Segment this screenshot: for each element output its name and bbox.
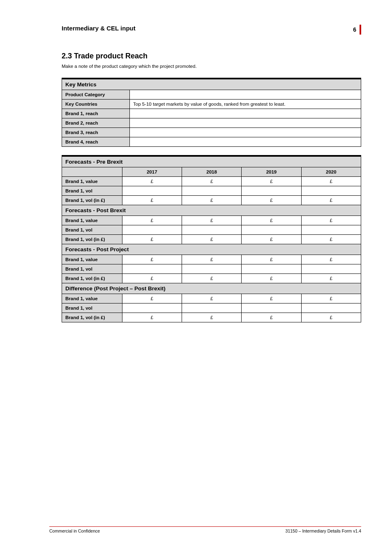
table2-cell[interactable]	[301, 264, 361, 274]
table1-value[interactable]	[130, 118, 361, 128]
table2-cell[interactable]: £	[301, 235, 361, 244]
table2-cell[interactable]: £	[242, 216, 301, 225]
section-title: 2.3 Trade product Reach	[62, 52, 361, 60]
table2-cell[interactable]	[242, 303, 301, 313]
table2-row-label: Brand 1, vol	[62, 303, 122, 313]
table2-subheader: Forecasts - Post Brexit	[62, 205, 361, 216]
table2-cell[interactable]: £	[242, 196, 301, 205]
table2-col-header: 2018	[182, 167, 241, 177]
table2-cell[interactable]: £	[182, 216, 241, 225]
table2-cell[interactable]	[122, 303, 182, 313]
table2-cell[interactable]: £	[122, 177, 182, 186]
page-footer: Commercial in Confidence 31150 – Interme…	[49, 526, 361, 533]
table2-cell[interactable]: £	[182, 313, 241, 322]
table2-cell[interactable]: £	[182, 196, 241, 205]
table2-subheader: Forecasts - Post Project	[62, 244, 361, 255]
table2-row-label: Brand 1, value	[62, 216, 122, 225]
footer-right: 31150 – Intermediary Details Form v1.4	[286, 528, 361, 533]
table1-label: Product Category	[62, 90, 130, 100]
table2-cell[interactable]: £	[182, 235, 241, 244]
header-right: 6	[353, 25, 361, 35]
footer-rule	[49, 526, 361, 527]
table1-value[interactable]	[130, 137, 361, 147]
table2-col-header: 2019	[242, 167, 301, 177]
table2-cell[interactable]: £	[242, 235, 301, 244]
table2-row-label: Brand 1, vol	[62, 225, 122, 235]
table2-cell[interactable]: £	[182, 294, 241, 303]
table2-cell[interactable]: £	[301, 313, 361, 322]
header-title: Intermediary & CEL input	[62, 25, 136, 32]
table2-cell[interactable]: £	[301, 294, 361, 303]
table2-cell[interactable]	[182, 186, 241, 196]
table2-col-header	[62, 167, 122, 177]
table2-row-label: Brand 1, value	[62, 294, 122, 303]
table2-cell[interactable]: £	[182, 255, 241, 264]
table2-cell[interactable]	[182, 225, 241, 235]
table2-cell[interactable]: £	[122, 196, 182, 205]
table2-cell[interactable]: £	[301, 196, 361, 205]
table2-cell[interactable]	[182, 303, 241, 313]
table1-value[interactable]: Top 5-10 target markets by value of good…	[130, 100, 361, 109]
table2-cell[interactable]: £	[301, 216, 361, 225]
table2-row-label: Brand 1, value	[62, 177, 122, 186]
footer-left: Commercial in Confidence	[49, 528, 100, 533]
section-subtitle: Make a note of the product category whic…	[62, 64, 361, 69]
table2-row-label: Brand 1, vol (in £)	[62, 196, 122, 205]
table2-cell[interactable]: £	[122, 274, 182, 283]
table2-cell[interactable]: £	[301, 274, 361, 283]
table2-cell[interactable]	[301, 225, 361, 235]
table2-row-label: Brand 1, vol (in £)	[62, 313, 122, 322]
table2-cell[interactable]	[301, 186, 361, 196]
table1-value[interactable]	[130, 109, 361, 118]
table2-row-label: Brand 1, value	[62, 255, 122, 264]
page-number: 6	[353, 26, 356, 33]
table1-label: Brand 2, reach	[62, 118, 130, 128]
table2-cell[interactable]: £	[122, 216, 182, 225]
table2-cell[interactable]: £	[242, 255, 301, 264]
table1-label: Brand 4, reach	[62, 137, 130, 147]
table2-cell[interactable]: £	[182, 274, 241, 283]
table2-cell[interactable]	[301, 303, 361, 313]
table1-value[interactable]	[130, 128, 361, 137]
table2-cell[interactable]: £	[242, 177, 301, 186]
table1-value[interactable]	[130, 90, 361, 100]
accent-bar-icon	[360, 25, 361, 35]
table2-cell[interactable]	[122, 186, 182, 196]
table2-cell[interactable]: £	[242, 294, 301, 303]
table2-cell[interactable]: £	[242, 313, 301, 322]
key-metrics-table: Key Metrics Product CategoryKey Countrie…	[62, 78, 361, 147]
table2-cell[interactable]: £	[301, 255, 361, 264]
table2-row-label: Brand 1, vol	[62, 186, 122, 196]
table2-row-label: Brand 1, vol	[62, 264, 122, 274]
table2-col-header: 2020	[301, 167, 361, 177]
table2-cell[interactable]: £	[242, 274, 301, 283]
table2-cell[interactable]	[182, 264, 241, 274]
table2-cell[interactable]: £	[122, 313, 182, 322]
table1-header: Key Metrics	[62, 79, 361, 90]
table1-label: Brand 1, reach	[62, 109, 130, 118]
table2-cell[interactable]	[242, 186, 301, 196]
table2-header: Forecasts - Pre Brexit	[62, 156, 361, 167]
table2-row-label: Brand 1, vol (in £)	[62, 274, 122, 283]
forecasts-table: Forecasts - Pre Brexit 2017201820192020 …	[62, 155, 361, 322]
table2-col-header: 2017	[122, 167, 182, 177]
table2-cell[interactable]	[122, 225, 182, 235]
table2-cell[interactable]	[242, 264, 301, 274]
table2-row-label: Brand 1, vol (in £)	[62, 235, 122, 244]
table2-cell[interactable]: £	[122, 255, 182, 264]
table2-cell[interactable]: £	[182, 177, 241, 186]
table2-cell[interactable]	[242, 225, 301, 235]
table2-cell[interactable]	[122, 264, 182, 274]
table2-subheader: Difference (Post Project – Post Brexit)	[62, 283, 361, 294]
table1-label: Brand 3, reach	[62, 128, 130, 137]
table2-cell[interactable]: £	[122, 235, 182, 244]
page-header: Intermediary & CEL input 6	[62, 25, 361, 35]
table2-cell[interactable]: £	[122, 294, 182, 303]
table1-label: Key Countries	[62, 100, 130, 109]
table2-cell[interactable]: £	[301, 177, 361, 186]
